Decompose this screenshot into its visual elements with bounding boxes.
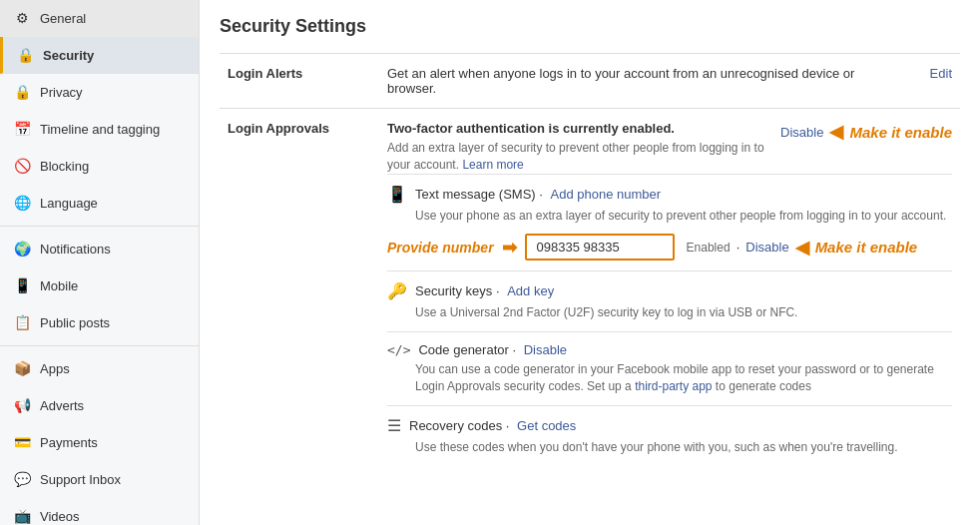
sidebar: ⚙General🔒Security🔒Privacy📅Timeline and t… [0,0,200,525]
add-key-link[interactable]: Add key [507,283,554,298]
sidebar-item-supportinbox[interactable]: 💬Support Inbox [0,461,199,498]
recovery-codes-title: Recovery codes [409,418,502,433]
sms-make-it-enable-label: Make it enable [815,239,918,256]
security-keys-icon: 🔑 [387,281,407,300]
sidebar-item-label-apps: Apps [40,361,70,376]
login-alerts-label: Login Alerts [220,54,379,109]
provide-number-label: Provide number [387,240,494,256]
login-approvals-desc: Add an extra layer of security to preven… [387,140,768,174]
login-alerts-row: Login Alerts Get an alert when anyone lo… [220,54,960,109]
sidebar-item-label-mobile: Mobile [40,278,78,293]
login-alerts-edit-link[interactable]: Edit [930,66,952,81]
enabled-text: Enabled [687,241,731,255]
sms-header: 📱 Text message (SMS) · Add phone number [387,185,952,204]
phone-number-row: Provide number ➡ Enabled · Disable ◀ Mak… [387,234,952,261]
sidebar-divider-language [0,226,199,227]
sidebar-item-payments[interactable]: 💳Payments [0,424,199,461]
sidebar-item-label-payments: Payments [40,435,98,450]
login-approvals-header: Two-factor authentication is currently e… [387,121,952,174]
phone-input[interactable] [525,234,675,261]
sidebar-item-privacy[interactable]: 🔒Privacy [0,74,199,111]
adverts-icon: 📢 [12,395,32,415]
sidebar-item-label-notifications: Notifications [40,242,111,257]
security-keys-description: Use a Universal 2nd Factor (U2F) securit… [415,304,952,321]
notifications-icon: 🌍 [12,239,32,259]
settings-table: Login Alerts Get an alert when anyone lo… [220,53,960,478]
sidebar-item-label-blocking: Blocking [40,159,89,174]
sidebar-item-label-language: Language [40,196,98,211]
third-party-app-link[interactable]: third-party app [635,379,712,393]
sidebar-item-notifications[interactable]: 🌍Notifications [0,231,199,267]
make-it-enable-label: Make it enable [849,124,952,141]
enabled-disable: Enabled · Disable ◀ Make it enable [687,237,918,259]
recovery-codes-sub-section: ☰ Recovery codes · Get codes Use these c… [387,405,952,466]
payments-icon: 💳 [12,432,32,452]
sidebar-divider-publicposts [0,345,199,346]
code-generator-description: You can use a code generator in your Fac… [415,361,952,395]
code-generator-header: </> Code generator · Disable [387,342,952,357]
sidebar-item-adverts[interactable]: 📢Adverts [0,387,199,424]
sidebar-item-label-supportinbox: Support Inbox [40,472,121,487]
privacy-icon: 🔒 [12,82,32,102]
apps-icon: 📦 [12,358,32,378]
arrow-right-icon: ◀ [829,121,843,143]
sidebar-item-general[interactable]: ⚙General [0,0,199,37]
sidebar-item-label-general: General [40,11,86,26]
general-icon: ⚙ [12,8,32,28]
learn-more-link[interactable]: Learn more [462,158,523,172]
security-keys-header: 🔑 Security keys · Add key [387,281,952,300]
sidebar-item-label-timeline: Timeline and tagging [40,122,160,137]
main-content: Security Settings Login Alerts Get an al… [200,0,980,525]
security-keys-sub-section: 🔑 Security keys · Add key Use a Universa… [387,270,952,331]
sidebar-item-language[interactable]: 🌐Language [0,185,199,222]
sidebar-item-security[interactable]: 🔒Security [0,37,199,74]
language-icon: 🌐 [12,193,32,213]
sidebar-item-apps[interactable]: 📦Apps [0,350,199,387]
mobile-icon: 📱 [12,275,32,295]
login-approvals-disable-link[interactable]: Disable [780,125,823,140]
videos-icon: 📺 [12,506,32,525]
sms-arrow-icon: ◀ [795,237,809,259]
login-alerts-action[interactable]: Edit [880,54,960,109]
sms-add-phone-link[interactable]: Add phone number [551,187,662,202]
sidebar-item-publicposts[interactable]: 📋Public posts [0,304,199,341]
login-alerts-description: Get an alert when anyone logs in to your… [387,66,854,96]
sidebar-item-blocking[interactable]: 🚫Blocking [0,148,199,185]
sidebar-item-label-privacy: Privacy [40,85,83,100]
login-approvals-label: Login Approvals [220,109,379,478]
login-approvals-content: Two-factor authentication is currently e… [379,109,960,478]
sidebar-item-mobile[interactable]: 📱Mobile [0,267,199,304]
sms-disable-link[interactable]: Disable [745,240,788,255]
sidebar-item-timeline[interactable]: 📅Timeline and tagging [0,111,199,148]
publicposts-icon: 📋 [12,312,32,332]
login-approvals-row: Login Approvals Two-factor authenticatio… [220,109,960,478]
provide-arrow-icon: ➡ [502,237,517,259]
sidebar-item-label-adverts: Adverts [40,398,84,413]
sms-title: Text message (SMS) [415,187,536,202]
recovery-codes-header: ☰ Recovery codes · Get codes [387,416,952,435]
sidebar-item-label-publicposts: Public posts [40,315,110,330]
sidebar-item-videos[interactable]: 📺Videos [0,498,199,525]
security-keys-title: Security keys [415,283,492,298]
code-generator-disable-link[interactable]: Disable [524,342,567,357]
code-generator-icon: </> [387,342,410,357]
login-approvals-status-text: Two-factor authentication is currently e… [387,121,675,136]
code-generator-sub-section: </> Code generator · Disable You can use… [387,331,952,405]
security-icon: 🔒 [15,45,35,65]
sms-sub-section: 📱 Text message (SMS) · Add phone number … [387,174,952,271]
login-approvals-status: Two-factor authentication is currently e… [387,121,768,136]
supportinbox-icon: 💬 [12,469,32,489]
app-container: ⚙General🔒Security🔒Privacy📅Timeline and t… [0,0,980,525]
sms-icon: 📱 [387,185,407,204]
login-approvals-text: Two-factor authentication is currently e… [387,121,768,174]
login-approvals-full: Two-factor authentication is currently e… [387,121,952,466]
login-approvals-actions: Disable ◀ Make it enable [780,121,952,143]
login-alerts-content: Get an alert when anyone logs in to your… [379,54,880,109]
page-title: Security Settings [220,16,960,37]
timeline-icon: 📅 [12,119,32,139]
recovery-codes-description: Use these codes when you don't have your… [415,439,952,456]
sidebar-item-label-videos: Videos [40,509,80,524]
code-generator-title: Code generator [418,342,508,357]
blocking-icon: 🚫 [12,156,32,176]
get-codes-link[interactable]: Get codes [517,418,576,433]
